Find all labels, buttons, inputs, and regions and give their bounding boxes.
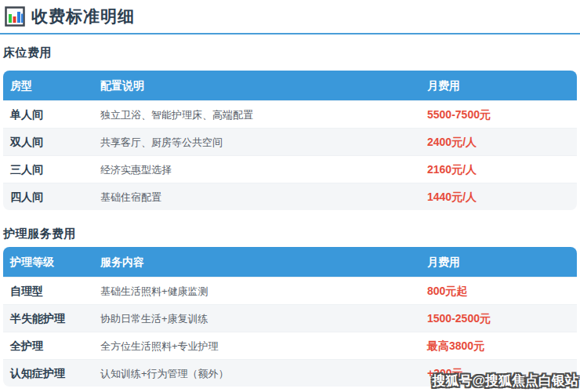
- column-header-monthly-fee: 月费用: [427, 80, 577, 91]
- row-description: 认知训练+行为管理（额外）: [100, 368, 427, 379]
- title-divider: [0, 33, 580, 34]
- table-header-row: 护理等级 服务内容 月费用: [3, 247, 577, 277]
- row-description: 独立卫浴、智能护理床、高端配置: [100, 110, 427, 120]
- row-label: 单人间: [3, 109, 100, 120]
- row-price: 2400元/人: [427, 136, 577, 147]
- row-label: 双人间: [3, 136, 100, 147]
- table-header-row: 房型 配置说明 月费用: [3, 71, 577, 100]
- table-row: 半失能护理 协助日常生活+康复训练 1500-2500元: [3, 304, 577, 332]
- row-description: 全方位生活照料+专业护理: [100, 341, 427, 351]
- row-description: 共享客厅、厨房等公共空间: [100, 137, 427, 147]
- section-heading-nursing-fees: 护理服务费用: [3, 227, 76, 241]
- table-row: 单人间 独立卫浴、智能护理床、高端配置 5500-7500元: [3, 100, 577, 128]
- row-price: 2160元/人: [427, 164, 577, 175]
- row-description: 基础住宿配置: [100, 192, 427, 202]
- table-row: 全护理 全方位生活照料+专业护理 最高3800元: [3, 332, 577, 359]
- table-row: 三人间 经济实惠型选择 2160元/人: [3, 155, 577, 183]
- row-price: 1500-2500元: [427, 313, 577, 324]
- column-header-config: 配置说明: [100, 80, 427, 91]
- column-header-service-content: 服务内容: [100, 256, 427, 267]
- title-bar: 收费标准明细: [5, 5, 135, 27]
- row-label: 四人间: [3, 191, 100, 202]
- nursing-fees-table: 护理等级 服务内容 月费用 自理型 基础生活照料+健康监测 800元起 半失能护…: [3, 247, 577, 387]
- row-description: 协助日常生活+康复训练: [100, 314, 427, 324]
- row-label: 半失能护理: [3, 313, 100, 324]
- table-row: 自理型 基础生活照料+健康监测 800元起: [3, 277, 577, 304]
- column-header-room-type: 房型: [3, 80, 100, 91]
- row-description: 经济实惠型选择: [100, 165, 427, 175]
- row-price: 5500-7500元: [427, 109, 577, 120]
- section-heading-bed-fees: 床位费用: [3, 45, 52, 60]
- row-label: 三人间: [3, 164, 100, 175]
- row-price: 最高3800元: [427, 340, 577, 351]
- table-row: 四人间 基础住宿配置 1440元/人: [3, 183, 577, 210]
- fee-schedule-page: 收费标准明细 床位费用 房型 配置说明 月费用 单人间 独立卫浴、智能护理床、高…: [0, 0, 580, 392]
- row-price: 800元起: [427, 285, 577, 296]
- table-row: 双人间 共享客厅、厨房等公共空间 2400元/人: [3, 128, 577, 155]
- column-header-monthly-fee: 月费用: [427, 256, 577, 267]
- bed-fees-table: 房型 配置说明 月费用 单人间 独立卫浴、智能护理床、高端配置 5500-750…: [3, 71, 577, 210]
- bar-chart-icon: [5, 6, 25, 27]
- row-price: 1440元/人: [427, 191, 577, 202]
- page-title: 收费标准明细: [31, 5, 135, 27]
- row-description: 基础生活照料+健康监测: [100, 286, 427, 296]
- row-label: 自理型: [3, 285, 100, 296]
- row-label: 认知症护理: [3, 368, 100, 379]
- sohu-watermark: 搜狐号@搜狐焦点白银站: [432, 372, 578, 390]
- row-label: 全护理: [3, 340, 100, 351]
- column-header-care-level: 护理等级: [3, 256, 100, 267]
